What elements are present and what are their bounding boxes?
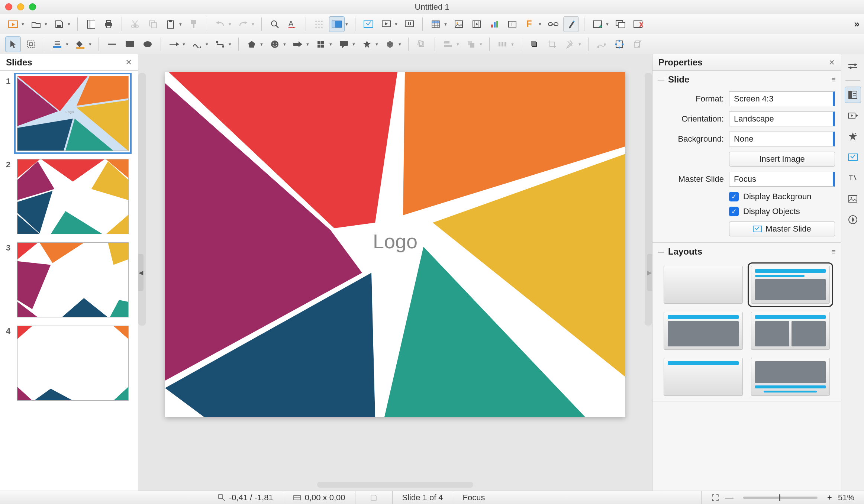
block-arrows-tool[interactable]: ▼: [290, 36, 306, 52]
tab-master[interactable]: [845, 149, 861, 165]
spellcheck-button[interactable]: A: [285, 16, 300, 32]
close-window-icon[interactable]: [5, 3, 12, 10]
arrow-tool[interactable]: ▼: [166, 36, 182, 52]
dropdown-icon[interactable]: ▼: [283, 42, 287, 46]
checkbox-icon[interactable]: ✓: [729, 192, 739, 201]
3d-tool[interactable]: ▼: [382, 36, 398, 52]
points-tool[interactable]: [594, 36, 609, 52]
layout-title-2col[interactable]: [751, 312, 830, 350]
start-presentation-button[interactable]: ▼: [378, 16, 394, 32]
dropdown-icon[interactable]: ▼: [306, 42, 310, 46]
slide-thumbnail[interactable]: 2: [6, 159, 132, 234]
crop-tool[interactable]: [544, 36, 560, 52]
dropdown-icon[interactable]: ▼: [182, 42, 186, 46]
dropdown-icon[interactable]: ▼: [228, 42, 232, 46]
dropdown-icon[interactable]: ▼: [65, 42, 69, 46]
views-button[interactable]: ▼: [329, 16, 345, 32]
insert-media-button[interactable]: [469, 16, 484, 32]
curve-tool[interactable]: ▼: [189, 36, 205, 52]
layout-blank[interactable]: [664, 266, 743, 304]
sb-slide[interactable]: Slide 1 of 4: [393, 491, 453, 504]
master-slide-combo[interactable]: Focus: [729, 172, 835, 187]
distribute-tool[interactable]: ▼: [495, 36, 510, 52]
dropdown-icon[interactable]: ▼: [605, 22, 609, 26]
gluepoints-tool[interactable]: [612, 36, 627, 52]
open-button[interactable]: ▼: [28, 16, 44, 32]
dropdown-icon[interactable]: ▼: [456, 42, 460, 46]
layout-centered[interactable]: [751, 358, 830, 396]
dropdown-icon[interactable]: ▼: [21, 22, 25, 26]
maximize-window-icon[interactable]: [29, 3, 36, 10]
dropdown-icon[interactable]: ▼: [345, 22, 349, 26]
dropdown-icon[interactable]: ▼: [67, 22, 71, 26]
export-pdf-button[interactable]: [83, 16, 99, 32]
rectangle-tool[interactable]: [122, 36, 138, 52]
insert-hyperlink-button[interactable]: [545, 16, 561, 32]
duplicate-slide-button[interactable]: [613, 16, 628, 32]
insert-image-button[interactable]: Insert Image: [729, 152, 835, 167]
dropdown-icon[interactable]: ▼: [329, 42, 333, 46]
delete-slide-button[interactable]: [631, 16, 646, 32]
cut-button[interactable]: [127, 16, 143, 32]
menu-icon[interactable]: ≡: [831, 248, 836, 256]
toolbar-overflow-icon[interactable]: »: [854, 18, 859, 30]
zoom-slider[interactable]: [743, 497, 818, 499]
dropdown-icon[interactable]: ▼: [178, 22, 183, 26]
dropdown-icon[interactable]: ▼: [205, 42, 209, 46]
tab-animations[interactable]: [845, 128, 861, 145]
dropdown-icon[interactable]: ▼: [510, 42, 515, 46]
layout-title-2content[interactable]: [664, 312, 743, 350]
tab-gallery[interactable]: [845, 191, 861, 207]
print-button[interactable]: [101, 16, 116, 32]
layout-title-only[interactable]: [664, 358, 743, 396]
new-slide-button[interactable]: +▼: [590, 16, 605, 32]
dropdown-icon[interactable]: ▼: [375, 42, 379, 46]
start-current-button[interactable]: [402, 16, 417, 32]
close-icon[interactable]: ✕: [125, 58, 132, 67]
rotate-tool[interactable]: [414, 36, 429, 52]
insert-image-button[interactable]: [451, 16, 467, 32]
dropdown-icon[interactable]: ▼: [578, 42, 582, 46]
logo-placeholder[interactable]: Logo: [373, 230, 418, 253]
undo-button[interactable]: ▼: [212, 16, 228, 32]
line-tool[interactable]: [104, 36, 120, 52]
symbol-shapes-tool[interactable]: ▼: [267, 36, 283, 52]
insert-fontwork-button[interactable]: F▼: [522, 16, 538, 32]
zoom-in-icon[interactable]: +: [827, 493, 832, 503]
tab-styles[interactable]: T: [845, 170, 861, 186]
slides-panel-body[interactable]: 1 Logo 2: [0, 71, 138, 491]
menu-icon[interactable]: ≡: [831, 75, 836, 84]
new-button[interactable]: ▼: [5, 16, 21, 32]
find-button[interactable]: [267, 16, 283, 32]
collapse-icon[interactable]: —: [658, 76, 664, 84]
tab-properties[interactable]: [845, 87, 861, 103]
arrange-tool[interactable]: ▼: [463, 36, 479, 52]
redo-button[interactable]: ▼: [235, 16, 251, 32]
tab-transitions[interactable]: [845, 107, 861, 124]
paste-button[interactable]: ▼: [163, 16, 178, 32]
dropdown-icon[interactable]: ▼: [394, 22, 398, 26]
layout-title-content[interactable]: [751, 266, 830, 304]
filter-tool[interactable]: ▼: [562, 36, 578, 52]
background-combo[interactable]: None: [729, 132, 835, 146]
collapse-left-icon[interactable]: ◀: [138, 254, 144, 291]
master-slide-button[interactable]: [361, 16, 376, 32]
format-combo[interactable]: Screen 4:3: [729, 91, 835, 106]
slide-thumbnail[interactable]: 4: [6, 326, 132, 401]
zoom-value[interactable]: 51%: [838, 493, 854, 503]
dropdown-icon[interactable]: ▼: [352, 42, 356, 46]
collapse-icon[interactable]: —: [658, 248, 664, 256]
extrusion-tool[interactable]: [629, 36, 645, 52]
tab-navigator[interactable]: [845, 211, 861, 228]
slide-canvas[interactable]: Logo: [165, 72, 625, 417]
align-tool[interactable]: ▼: [440, 36, 456, 52]
dropdown-icon[interactable]: ▼: [251, 22, 255, 26]
dropdown-icon[interactable]: ▼: [398, 42, 402, 46]
show-draw-button[interactable]: [563, 16, 579, 32]
dropdown-icon[interactable]: ▼: [228, 22, 232, 26]
connector-tool[interactable]: ▼: [212, 36, 228, 52]
flowchart-tool[interactable]: ▼: [313, 36, 329, 52]
save-button[interactable]: ▼: [51, 16, 67, 32]
zoom-out-icon[interactable]: —: [725, 493, 734, 503]
line-color-button[interactable]: ▼: [49, 36, 65, 52]
